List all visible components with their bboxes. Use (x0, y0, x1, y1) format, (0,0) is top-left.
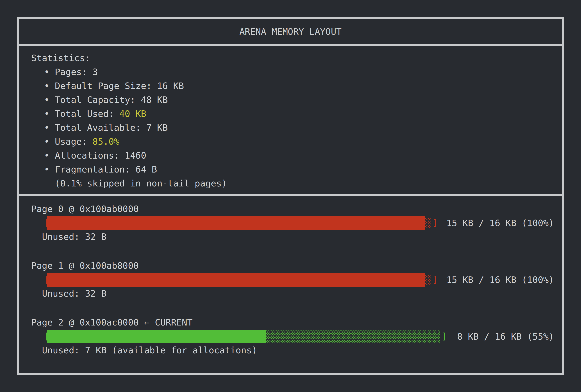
unused-label: Unused: 7 KB (available for allocations) (42, 343, 554, 357)
bar-solid-fill (47, 216, 425, 230)
usage-label: 8 KB / 16 KB (55%) (452, 331, 554, 342)
usage-bar: [ ] 15 KB / 16 KB (100%) (44, 216, 554, 230)
stat-highlight-usage: 85.0% (92, 136, 119, 147)
bar-dither-fill (425, 275, 431, 284)
stat-highlight-total-used: 40 KB (119, 108, 146, 119)
bar-dither-fill (266, 330, 440, 342)
usage-bar: [ ] 8 KB / 16 KB (55%) (44, 330, 554, 343)
terminal-window: ARENA MEMORY LAYOUT Statistics: • Pages:… (17, 17, 564, 375)
bar-open-bracket: [ (44, 330, 47, 343)
page-header: Page 2 @ 0x100ac0000 ← CURRENT (31, 316, 554, 330)
stat-item-total-used: • Total Used: 40 KB (31, 107, 558, 121)
usage-label: 15 KB / 16 KB (100%) (446, 274, 554, 285)
statistics-panel: Statistics: • Pages: 3 • Default Page Si… (18, 45, 563, 195)
page-block-1: Page 1 @ 0x100ab8000 [ ] 15 KB / 16 KB (… (31, 259, 554, 300)
page-header: Page 1 @ 0x100ab8000 (31, 259, 554, 273)
stat-item-fragmentation-note: (0.1% skipped in non-tail pages) (31, 176, 558, 190)
bar-dither-fill (425, 218, 431, 228)
usage-label: 15 KB / 16 KB (100%) (446, 218, 554, 228)
stat-item-pages: • Pages: 3 (31, 65, 558, 79)
bar-open-bracket: [ (44, 273, 47, 286)
page-block-0: Page 0 @ 0x100ab0000 [ ] 15 KB / 16 KB (… (31, 202, 554, 244)
statistics-heading: Statistics: (31, 51, 558, 65)
stat-item-total-available: • Total Available: 7 KB (31, 121, 558, 135)
bar-close-bracket: ] (432, 216, 438, 230)
bar-open-bracket: [ (44, 216, 47, 230)
page-block-2-current: Page 2 @ 0x100ac0000 ← CURRENT [ ] 8 KB … (31, 316, 554, 357)
bar-close-bracket: ] (432, 273, 438, 286)
unused-label: Unused: 32 B (42, 230, 554, 244)
stat-item-allocations: • Allocations: 1460 (31, 148, 558, 162)
unused-label: Unused: 32 B (42, 286, 554, 300)
usage-bar: [ ] 15 KB / 16 KB (100%) (44, 273, 554, 286)
title-bar: ARENA MEMORY LAYOUT (18, 18, 563, 45)
stat-item-usage: • Usage: 85.0% (31, 135, 558, 148)
bar-solid-fill (47, 273, 425, 286)
bar-close-bracket: ] (441, 330, 447, 343)
stat-item-fragmentation: • Fragmentation: 64 B (31, 162, 558, 176)
window-title: ARENA MEMORY LAYOUT (239, 26, 342, 37)
stat-item-default-page-size: • Default Page Size: 16 KB (31, 79, 558, 93)
bar-solid-fill (47, 330, 266, 343)
page-header: Page 0 @ 0x100ab0000 (31, 202, 554, 216)
pages-panel: Page 0 @ 0x100ab0000 [ ] 15 KB / 16 KB (… (18, 196, 563, 374)
stat-item-total-capacity: • Total Capacity: 48 KB (31, 93, 558, 107)
